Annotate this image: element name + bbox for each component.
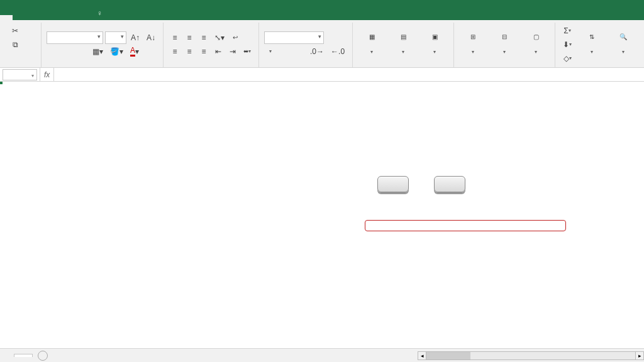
insert-cells-button[interactable]: ⊞ — [459, 33, 487, 55]
scroll-right-button[interactable]: ▸ — [635, 351, 644, 360]
tab-home[interactable] — [0, 15, 13, 20]
tell-me[interactable]: ♀ — [91, 6, 109, 20]
sort-filter-button[interactable]: ⇅ — [578, 33, 606, 55]
group-cells: ⊞ ⊟ ▢ — [454, 23, 555, 67]
group-number: .0→ ←.0 — [259, 23, 353, 67]
active-cell-indicator — [0, 82, 3, 84]
italic-button[interactable] — [61, 45, 74, 58]
autosum-button[interactable]: Σ — [560, 25, 574, 37]
format-cells-button[interactable]: ▢ — [522, 33, 550, 55]
scroll-thumb[interactable] — [426, 352, 470, 359]
title-bar — [0, 0, 644, 6]
font-color-button[interactable]: A▾ — [128, 45, 142, 58]
group-label-cells — [459, 66, 550, 67]
format-as-table-button[interactable]: ▤ — [389, 33, 417, 55]
group-label-editing — [560, 66, 637, 67]
group-label-alignment — [169, 66, 253, 67]
decrease-font-button[interactable]: A↓ — [144, 31, 158, 44]
tab-view[interactable] — [75, 15, 88, 20]
spreadsheet-grid[interactable] — [0, 82, 644, 348]
comma-button[interactable] — [293, 45, 306, 58]
align-center-button[interactable]: ≡ — [183, 45, 196, 58]
align-right-button[interactable]: ≡ — [197, 45, 210, 58]
column-selection-overlay — [0, 82, 3, 84]
align-bottom-button[interactable]: ≡ — [197, 31, 210, 44]
sign-in[interactable] — [631, 15, 644, 20]
wrap-text-button[interactable]: ↩ — [229, 31, 242, 44]
clear-button[interactable]: ◇ — [560, 52, 574, 65]
conditional-formatting-button[interactable]: ▦ — [358, 33, 386, 55]
align-middle-button[interactable]: ≡ — [183, 31, 196, 44]
merge-center-button[interactable]: ⬌ — [241, 45, 253, 58]
group-label-font — [47, 66, 158, 67]
fx-icon[interactable]: fx — [40, 68, 54, 81]
border-button[interactable]: ▦▾ — [90, 45, 106, 58]
ribbon: ✂ ⧉ A↑ A↓ ▦▾ 🪣▾ — [0, 20, 644, 68]
group-clipboard: ✂ ⧉ — [4, 23, 42, 67]
group-font: A↑ A↓ ▦▾ 🪣▾ A▾ — [42, 23, 164, 67]
shortcut-hint-label — [365, 220, 566, 231]
find-select-button[interactable]: 🔍 — [609, 33, 637, 55]
scroll-track[interactable] — [426, 351, 635, 360]
copy-button[interactable]: ⧉ — [9, 38, 21, 51]
formula-bar: fx — [0, 68, 644, 82]
name-box[interactable] — [3, 69, 37, 80]
tab-formulas[interactable] — [38, 15, 50, 20]
fill-button[interactable]: ⬇ — [560, 38, 574, 51]
group-styles: ▦ ▤ ▣ — [353, 23, 454, 67]
increase-font-button[interactable]: A↑ — [128, 31, 142, 44]
underline-button[interactable] — [75, 45, 88, 58]
group-label-clipboard — [9, 66, 36, 67]
tab-page-layout[interactable] — [25, 15, 38, 20]
cell-styles-button[interactable]: ▣ — [421, 33, 448, 55]
tab-insert[interactable] — [13, 15, 25, 20]
tab-data[interactable] — [50, 15, 63, 20]
orientation-button[interactable]: ⤡▾ — [212, 31, 227, 44]
add-sheet-button[interactable] — [38, 351, 48, 361]
fill-color-button[interactable]: 🪣▾ — [108, 45, 126, 58]
font-size-select[interactable] — [105, 31, 126, 44]
percent-button[interactable] — [279, 45, 291, 58]
cut-button[interactable]: ✂ — [9, 25, 21, 37]
shortcut-hint-keys — [377, 176, 465, 192]
ribbon-tabs: ♀ — [0, 6, 644, 20]
align-left-button[interactable]: ≡ — [169, 45, 181, 58]
font-name-select[interactable] — [47, 31, 103, 44]
tab-review[interactable] — [63, 15, 75, 20]
group-editing: Σ ⬇ ◇ ⇅ 🔍 — [555, 23, 642, 67]
currency-button[interactable] — [264, 45, 277, 58]
decrease-indent-button[interactable]: ⇤ — [212, 45, 225, 58]
bold-button[interactable] — [47, 45, 59, 58]
sheet-tabs-bar: ◂ ▸ — [0, 348, 644, 362]
format-painter-button[interactable] — [9, 52, 21, 65]
delete-cells-button[interactable]: ⊟ — [491, 33, 518, 55]
horizontal-scrollbar[interactable]: ◂ ▸ — [418, 351, 644, 360]
increase-indent-button[interactable]: ⇥ — [226, 45, 239, 58]
decrease-decimal-button[interactable]: ←.0 — [328, 45, 347, 58]
number-format-select[interactable] — [264, 31, 324, 44]
increase-decimal-button[interactable]: .0→ — [308, 45, 326, 58]
group-label-number — [264, 66, 347, 67]
key-ctrl — [377, 176, 409, 192]
align-top-button[interactable]: ≡ — [169, 31, 181, 44]
sheet-tab-sheet1[interactable] — [14, 354, 33, 357]
group-alignment: ≡ ≡ ≡ ⤡▾ ↩ ≡ ≡ ≡ ⇤ ⇥ ⬌ — [164, 23, 259, 67]
scroll-left-button[interactable]: ◂ — [418, 351, 426, 360]
group-label-styles — [358, 66, 448, 67]
key-space — [434, 176, 465, 192]
